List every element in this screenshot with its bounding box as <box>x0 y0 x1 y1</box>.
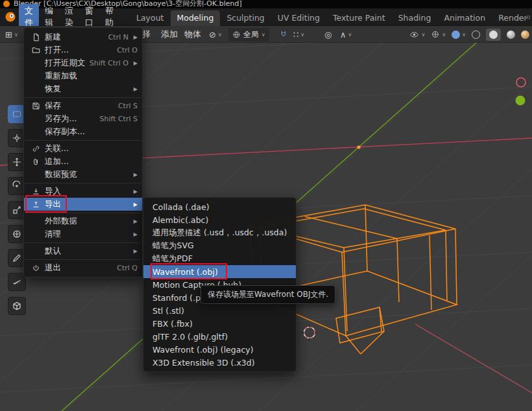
file-menu-item-open-recent[interactable]: 打开近期文件 Shift Ctrl O ▶ <box>24 56 142 69</box>
workspace-tabs: Layout Modeling Sculpting UV Editing Tex… <box>130 8 526 26</box>
file-menu-item-save-copy[interactable]: 保存副本... <box>24 125 142 138</box>
editor-type-button[interactable]: ⊞ ∨ <box>5 26 18 43</box>
proportional-edit-toggle[interactable]: ◎ <box>324 26 332 43</box>
falloff-dropdown[interactable]: ∧ ∨ <box>340 26 352 43</box>
falloff-icon: ∧ <box>340 30 346 40</box>
shading-material-icon[interactable] <box>507 30 515 39</box>
file-menu-item-link[interactable]: 关联... <box>24 142 142 155</box>
menu-separator <box>25 140 141 141</box>
file-menu-item-clean-up[interactable]: 清理 ▶ <box>24 228 142 241</box>
axis-line-far <box>415 324 532 393</box>
file-menu-item-revert[interactable]: 重新加载 <box>24 69 142 82</box>
eye-icon <box>409 30 419 40</box>
chevron-down-icon: ∨ <box>442 32 446 38</box>
file-menu-item-defaults[interactable]: 默认 ▶ <box>24 244 142 257</box>
file-menu-item-export[interactable]: 导出 ▶ <box>24 198 142 211</box>
shading-solid-button[interactable] <box>486 29 501 41</box>
submenu-arrow-icon: ▶ <box>132 86 138 92</box>
file-menu-item-new[interactable]: 新建 Ctrl N ▶ <box>24 30 142 43</box>
export-menu-item-usd[interactable]: 通用场景描述 (.usd，.usdc，.usda) <box>143 226 296 239</box>
menu-separator <box>25 259 141 260</box>
chevron-down-icon: ∨ <box>14 32 18 38</box>
file-menu-item-import[interactable]: 导入 ▶ <box>24 185 142 198</box>
export-menu-item-alembic[interactable]: Alembic(.abc) <box>143 213 296 226</box>
blender-logo-icon[interactable] <box>5 11 16 23</box>
nav-gizmo-x-axis[interactable] <box>516 78 526 87</box>
proportional-edit-icon: ◎ <box>324 30 332 40</box>
tab-animation[interactable]: Animation <box>437 10 492 26</box>
tab-modeling[interactable]: Modeling <box>171 10 221 26</box>
file-menu-item-external-data[interactable]: 外部数据 ▶ <box>24 215 142 228</box>
object-menu[interactable]: 物体 <box>184 26 201 43</box>
link-icon <box>30 145 41 153</box>
append-icon <box>30 158 41 166</box>
submenu-arrow-icon: ▶ <box>132 218 138 224</box>
export-menu-item-x3d[interactable]: X3D Extensible 3D (.x3d) <box>143 356 296 369</box>
shading-rendered-icon[interactable] <box>521 30 529 39</box>
export-menu-item-wavefront-obj[interactable]: Wavefront (.obj) <box>143 265 296 278</box>
orientation-value: 全局 <box>243 29 259 40</box>
export-menu-item-collada[interactable]: Collada (.dae) <box>143 200 296 213</box>
export-menu-item-stl[interactable]: Stl (.stl) <box>143 304 296 317</box>
gizmo-dropdown[interactable]: ∨ <box>431 30 446 39</box>
shading-wireframe-icon[interactable] <box>472 30 480 39</box>
tab-sculpting[interactable]: Sculpting <box>220 10 271 26</box>
file-menu-item-quit[interactable]: 退出 Ctrl Q <box>24 261 142 274</box>
overlays-icon <box>452 30 460 39</box>
submenu-arrow-icon: ▶ <box>132 172 138 178</box>
scene-icon <box>526 12 531 22</box>
export-menu-item-fbx[interactable]: FBX (.fbx) <box>143 317 296 330</box>
menu-separator <box>25 97 141 98</box>
submenu-arrow-icon: ▶ <box>132 34 138 40</box>
tool-add-cube[interactable] <box>8 297 26 315</box>
visibility-dropdown[interactable]: ∨ <box>409 30 425 40</box>
file-menu-item-save-as[interactable]: 另存为... Shift Ctrl S <box>24 112 142 125</box>
tab-texture-paint[interactable]: Texture Paint <box>326 10 392 26</box>
file-menu-item-save[interactable]: 保存 Ctrl S <box>24 99 142 112</box>
submenu-arrow-icon: ▶ <box>132 60 138 66</box>
pivot-dropdown[interactable]: ⊘ ∨ <box>209 26 222 43</box>
export-menu-item-grease-pencil-svg[interactable]: 蜡笔为SVG <box>143 239 296 252</box>
snap-toggle[interactable] <box>279 26 288 43</box>
add-menu[interactable]: 添加 <box>161 26 178 43</box>
scene-selector[interactable]: Scene <box>526 12 532 22</box>
tab-shading[interactable]: Shading <box>392 10 438 26</box>
overlays-dropdown[interactable]: ∨ <box>452 30 466 39</box>
chevron-down-icon: ∨ <box>421 32 425 38</box>
submenu-arrow-icon: ▶ <box>132 248 138 254</box>
file-menu-item-recover[interactable]: 恢复 ▶ <box>24 82 142 95</box>
shading-solid-icon <box>489 30 498 39</box>
chevron-down-icon: ∨ <box>462 32 466 38</box>
chevron-down-icon: ∨ <box>261 32 265 38</box>
export-menu-item-grease-pencil-pdf[interactable]: 蜡笔为PDF <box>143 252 296 265</box>
cursor-3d <box>301 324 318 341</box>
chevron-down-icon: ∨ <box>218 32 222 38</box>
menu-separator <box>25 183 141 183</box>
submenu-arrow-icon: ▶ <box>132 202 138 207</box>
open-folder-icon <box>30 46 41 54</box>
object-origin-dot <box>357 145 360 148</box>
tab-rendering[interactable]: Rendering <box>492 10 526 26</box>
power-icon <box>30 264 41 272</box>
export-submenu: Collada (.dae) Alembic(.abc) 通用场景描述 (.us… <box>143 197 296 372</box>
magnet-icon <box>279 30 288 39</box>
file-menu-item-data-previews[interactable]: 数据预览 ▶ <box>24 168 142 181</box>
export-menu-item-wavefront-legacy[interactable]: Wavefront (.obj) (legacy) <box>143 343 296 356</box>
snap-target-icon: ∷ <box>293 30 298 40</box>
nav-gizmo-y-axis[interactable] <box>516 96 526 106</box>
tab-uv-editing[interactable]: UV Editing <box>271 10 326 26</box>
tab-layout[interactable]: Layout <box>130 10 171 26</box>
export-menu-item-gltf[interactable]: glTF 2.0 (.glb/.gltf) <box>143 330 296 343</box>
snap-settings-dropdown[interactable]: ∷ ∨ <box>293 26 304 43</box>
export-icon <box>30 200 41 209</box>
file-menu-item-open[interactable]: 打开... Ctrl O <box>24 43 142 56</box>
tooltip: 保存该场景至Wavefront OBJ文件. <box>200 285 335 304</box>
gizmo-icon <box>431 30 440 39</box>
import-icon <box>30 187 41 196</box>
orientation-dropdown[interactable]: 全局 ∨ <box>228 26 269 43</box>
globe-icon <box>232 30 241 39</box>
top-menu-bar: 文件 编辑 渲染 窗口 帮助 Layout Modeling Sculpting… <box>0 8 532 26</box>
submenu-arrow-icon: ▶ <box>132 189 138 194</box>
menu-separator <box>25 213 141 213</box>
file-menu-item-append[interactable]: 追加... <box>24 155 142 168</box>
